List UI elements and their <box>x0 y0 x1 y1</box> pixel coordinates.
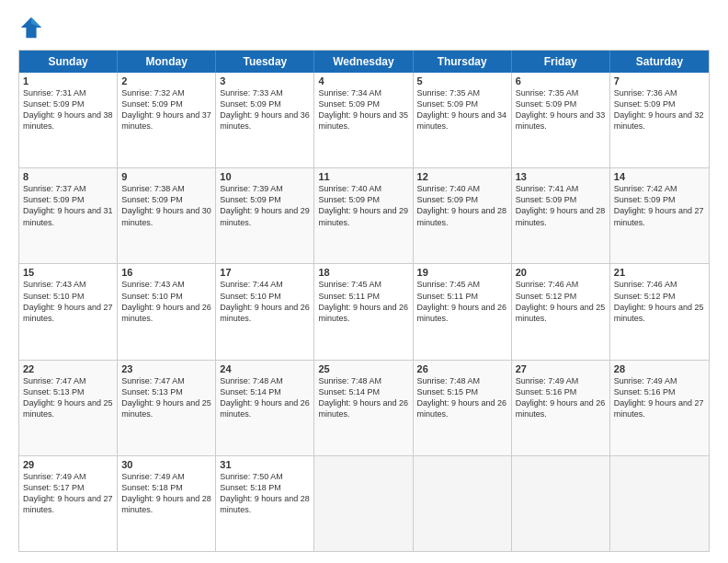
cal-cell: 3Sunrise: 7:33 AMSunset: 5:09 PMDaylight… <box>216 73 314 167</box>
cell-info: Sunrise: 7:47 AMSunset: 5:13 PMDaylight:… <box>23 375 113 420</box>
cell-info: Sunrise: 7:39 AMSunset: 5:09 PMDaylight:… <box>220 183 310 228</box>
day-number: 24 <box>220 363 310 374</box>
day-number: 30 <box>121 459 211 470</box>
cal-cell: 30Sunrise: 7:49 AMSunset: 5:18 PMDayligh… <box>118 456 216 551</box>
calendar-row: 8Sunrise: 7:37 AMSunset: 5:09 PMDaylight… <box>19 168 709 264</box>
cal-cell: 7Sunrise: 7:36 AMSunset: 5:09 PMDaylight… <box>610 73 709 167</box>
cal-cell: 15Sunrise: 7:43 AMSunset: 5:10 PMDayligh… <box>19 264 118 359</box>
cal-cell: 31Sunrise: 7:50 AMSunset: 5:18 PMDayligh… <box>216 456 314 551</box>
cell-info: Sunrise: 7:50 AMSunset: 5:18 PMDaylight:… <box>220 471 310 516</box>
cal-cell: 9Sunrise: 7:38 AMSunset: 5:09 PMDaylight… <box>118 168 216 263</box>
day-number: 15 <box>23 267 113 278</box>
cal-header-day: Sunday <box>19 51 118 73</box>
calendar-row: 1Sunrise: 7:31 AMSunset: 5:09 PMDaylight… <box>19 73 709 168</box>
cell-info: Sunrise: 7:38 AMSunset: 5:09 PMDaylight:… <box>121 183 211 228</box>
cell-info: Sunrise: 7:42 AMSunset: 5:09 PMDaylight:… <box>614 183 705 228</box>
cell-info: Sunrise: 7:32 AMSunset: 5:09 PMDaylight:… <box>121 87 211 132</box>
day-number: 22 <box>23 363 113 374</box>
calendar-row: 22Sunrise: 7:47 AMSunset: 5:13 PMDayligh… <box>19 361 709 456</box>
day-number: 1 <box>23 75 113 86</box>
cell-info: Sunrise: 7:47 AMSunset: 5:13 PMDaylight:… <box>121 375 211 420</box>
day-number: 19 <box>417 267 507 278</box>
cal-cell: 14Sunrise: 7:42 AMSunset: 5:09 PMDayligh… <box>610 168 709 263</box>
cell-info: Sunrise: 7:40 AMSunset: 5:09 PMDaylight:… <box>417 183 507 228</box>
cell-info: Sunrise: 7:44 AMSunset: 5:10 PMDaylight:… <box>220 279 310 324</box>
cal-cell: 2Sunrise: 7:32 AMSunset: 5:09 PMDaylight… <box>118 73 216 167</box>
day-number: 29 <box>23 459 113 470</box>
cal-cell: 6Sunrise: 7:35 AMSunset: 5:09 PMDaylight… <box>512 73 610 167</box>
calendar: SundayMondayTuesdayWednesdayThursdayFrid… <box>18 50 710 552</box>
cal-cell-empty <box>314 456 413 551</box>
logo-icon <box>18 15 44 40</box>
cal-cell: 28Sunrise: 7:49 AMSunset: 5:16 PMDayligh… <box>610 361 709 455</box>
day-number: 10 <box>220 171 310 182</box>
cell-info: Sunrise: 7:43 AMSunset: 5:10 PMDaylight:… <box>121 279 211 324</box>
day-number: 18 <box>318 267 408 278</box>
day-number: 4 <box>318 75 408 86</box>
page: SundayMondayTuesdayWednesdayThursdayFrid… <box>0 0 728 563</box>
cal-cell: 10Sunrise: 7:39 AMSunset: 5:09 PMDayligh… <box>216 168 314 263</box>
day-number: 3 <box>220 75 310 86</box>
day-number: 13 <box>516 171 606 182</box>
day-number: 6 <box>516 75 606 86</box>
cell-info: Sunrise: 7:49 AMSunset: 5:17 PMDaylight:… <box>23 471 113 516</box>
day-number: 25 <box>318 363 408 374</box>
cal-header-day: Monday <box>118 51 216 73</box>
day-number: 28 <box>614 363 705 374</box>
calendar-body: 1Sunrise: 7:31 AMSunset: 5:09 PMDaylight… <box>19 73 709 551</box>
cal-cell: 1Sunrise: 7:31 AMSunset: 5:09 PMDaylight… <box>19 73 118 167</box>
day-number: 7 <box>614 75 705 86</box>
cal-cell: 12Sunrise: 7:40 AMSunset: 5:09 PMDayligh… <box>414 168 512 263</box>
cell-info: Sunrise: 7:41 AMSunset: 5:09 PMDaylight:… <box>516 183 606 228</box>
cell-info: Sunrise: 7:40 AMSunset: 5:09 PMDaylight:… <box>318 183 408 228</box>
cal-cell: 5Sunrise: 7:35 AMSunset: 5:09 PMDaylight… <box>414 73 512 167</box>
cal-cell: 4Sunrise: 7:34 AMSunset: 5:09 PMDaylight… <box>314 73 413 167</box>
cell-info: Sunrise: 7:45 AMSunset: 5:11 PMDaylight:… <box>417 279 507 324</box>
day-number: 20 <box>516 267 606 278</box>
cal-cell: 18Sunrise: 7:45 AMSunset: 5:11 PMDayligh… <box>314 264 413 359</box>
cell-info: Sunrise: 7:49 AMSunset: 5:16 PMDaylight:… <box>516 375 606 420</box>
cal-cell: 22Sunrise: 7:47 AMSunset: 5:13 PMDayligh… <box>19 361 118 455</box>
day-number: 31 <box>220 459 310 470</box>
calendar-header: SundayMondayTuesdayWednesdayThursdayFrid… <box>19 51 709 73</box>
cell-info: Sunrise: 7:45 AMSunset: 5:11 PMDaylight:… <box>318 279 408 324</box>
calendar-row: 29Sunrise: 7:49 AMSunset: 5:17 PMDayligh… <box>19 456 709 551</box>
cal-cell-empty <box>414 456 512 551</box>
logo <box>18 15 48 40</box>
cal-header-day: Friday <box>512 51 610 73</box>
cell-info: Sunrise: 7:48 AMSunset: 5:15 PMDaylight:… <box>417 375 507 420</box>
cal-cell: 11Sunrise: 7:40 AMSunset: 5:09 PMDayligh… <box>314 168 413 263</box>
cal-cell: 23Sunrise: 7:47 AMSunset: 5:13 PMDayligh… <box>118 361 216 455</box>
cal-cell: 20Sunrise: 7:46 AMSunset: 5:12 PMDayligh… <box>512 264 610 359</box>
day-number: 17 <box>220 267 310 278</box>
day-number: 23 <box>121 363 211 374</box>
cell-info: Sunrise: 7:33 AMSunset: 5:09 PMDaylight:… <box>220 87 310 132</box>
cell-info: Sunrise: 7:35 AMSunset: 5:09 PMDaylight:… <box>516 87 606 132</box>
cal-header-day: Tuesday <box>216 51 314 73</box>
cell-info: Sunrise: 7:48 AMSunset: 5:14 PMDaylight:… <box>318 375 408 420</box>
cal-cell: 17Sunrise: 7:44 AMSunset: 5:10 PMDayligh… <box>216 264 314 359</box>
cal-header-day: Saturday <box>610 51 709 73</box>
day-number: 2 <box>121 75 211 86</box>
day-number: 9 <box>121 171 211 182</box>
cal-cell: 8Sunrise: 7:37 AMSunset: 5:09 PMDaylight… <box>19 168 118 263</box>
cal-cell: 29Sunrise: 7:49 AMSunset: 5:17 PMDayligh… <box>19 456 118 551</box>
cal-cell: 27Sunrise: 7:49 AMSunset: 5:16 PMDayligh… <box>512 361 610 455</box>
cell-info: Sunrise: 7:34 AMSunset: 5:09 PMDaylight:… <box>318 87 408 132</box>
cell-info: Sunrise: 7:49 AMSunset: 5:16 PMDaylight:… <box>614 375 705 420</box>
cell-info: Sunrise: 7:48 AMSunset: 5:14 PMDaylight:… <box>220 375 310 420</box>
cal-cell-empty <box>512 456 610 551</box>
cell-info: Sunrise: 7:31 AMSunset: 5:09 PMDaylight:… <box>23 87 113 132</box>
cell-info: Sunrise: 7:43 AMSunset: 5:10 PMDaylight:… <box>23 279 113 324</box>
cell-info: Sunrise: 7:35 AMSunset: 5:09 PMDaylight:… <box>417 87 507 132</box>
cal-cell: 13Sunrise: 7:41 AMSunset: 5:09 PMDayligh… <box>512 168 610 263</box>
cell-info: Sunrise: 7:36 AMSunset: 5:09 PMDaylight:… <box>614 87 705 132</box>
day-number: 12 <box>417 171 507 182</box>
cal-header-day: Thursday <box>414 51 512 73</box>
cal-cell: 24Sunrise: 7:48 AMSunset: 5:14 PMDayligh… <box>216 361 314 455</box>
cal-cell: 16Sunrise: 7:43 AMSunset: 5:10 PMDayligh… <box>118 264 216 359</box>
cal-cell: 25Sunrise: 7:48 AMSunset: 5:14 PMDayligh… <box>314 361 413 455</box>
day-number: 26 <box>417 363 507 374</box>
day-number: 16 <box>121 267 211 278</box>
header <box>18 15 710 40</box>
